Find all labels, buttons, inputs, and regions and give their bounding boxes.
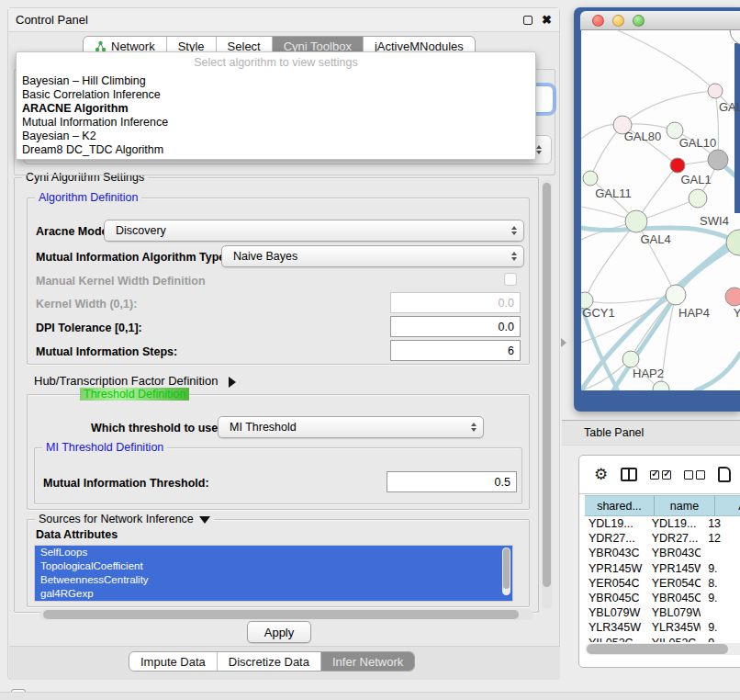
dropdown-item-bayesian-k2[interactable]: Bayesian – K2 xyxy=(17,130,535,143)
mi-type-combobox[interactable]: Naive Bayes xyxy=(221,245,524,267)
table-cell[interactable]: YER054C xyxy=(645,577,701,592)
table-cell[interactable]: 12 xyxy=(701,532,740,547)
network-node-swi4[interactable] xyxy=(689,189,707,208)
table-row[interactable]: YBL079WYBL079W xyxy=(585,606,740,621)
column-header-extra[interactable]: A xyxy=(715,495,740,516)
table-cell[interactable]: 9. xyxy=(701,621,740,636)
table-row[interactable]: YBR043CYBR043C xyxy=(585,547,740,561)
mi-steps-field[interactable]: 6 xyxy=(390,340,521,361)
table-row[interactable]: YPR145WYPR145W9. xyxy=(585,562,740,577)
table-cell[interactable]: YBL079W xyxy=(585,606,645,621)
data-attributes-list: SelfLoops TopologicalCoefficient Between… xyxy=(34,545,513,602)
table-cell[interactable]: YLR345W xyxy=(645,621,701,636)
table-cell[interactable]: YBR043C xyxy=(585,547,645,561)
tab-infer-network[interactable]: Infer Network xyxy=(320,652,414,671)
dropdown-item-aracne[interactable]: ARACNE Algorithm xyxy=(17,102,535,116)
table-cell[interactable]: YPR145W xyxy=(585,562,645,577)
network-node-gal[interactable] xyxy=(708,84,723,98)
table-cell[interactable]: YDR27... xyxy=(585,532,645,547)
table-horizontal-scrollbar[interactable] xyxy=(585,643,740,655)
table-cell[interactable]: YBR045C xyxy=(585,592,645,606)
list-item-betweennesscentrality[interactable]: BetweennessCentrality xyxy=(35,573,512,587)
table-cell[interactable]: YER054C xyxy=(585,577,645,592)
settings-vertical-scrollbar[interactable] xyxy=(542,179,552,609)
table-cell[interactable]: 8. xyxy=(701,577,740,592)
table-cell[interactable]: YBR045C xyxy=(645,592,701,606)
table-row[interactable]: YIL052CYIL052C9. xyxy=(585,637,740,643)
table-cell[interactable]: 9. xyxy=(701,592,740,606)
deselect-all-icon[interactable] xyxy=(684,470,705,480)
table-cell[interactable]: YPR145W xyxy=(645,562,701,577)
table-row[interactable]: YDL19...YDL19...13 xyxy=(585,517,740,532)
list-item-selfloops[interactable]: SelfLoops xyxy=(35,546,512,559)
tab-impute-data[interactable]: Impute Data xyxy=(129,652,217,671)
network-node[interactable] xyxy=(730,30,740,45)
table-row[interactable]: YBR045CYBR045C9. xyxy=(585,592,740,606)
table-cell[interactable]: YIL052C xyxy=(585,637,645,643)
aracne-mode-combobox[interactable]: Discovery xyxy=(104,220,524,242)
table-cell[interactable]: 9. xyxy=(701,562,740,577)
network-node[interactable] xyxy=(670,158,685,173)
dropdown-item-dream8[interactable]: Dream8 DC_TDC Algorithm xyxy=(17,143,535,157)
apply-button[interactable]: Apply xyxy=(247,621,311,643)
aracne-mode-label: Aracne Mode: xyxy=(36,225,112,238)
column-header-shared-name[interactable]: shared... xyxy=(585,495,655,516)
control-panel-titlebar: Control Panel ✖ xyxy=(8,8,559,32)
columns-icon[interactable] xyxy=(621,468,637,481)
node-label: Y xyxy=(734,306,740,320)
close-icon[interactable]: ✖ xyxy=(542,16,552,25)
table-cell[interactable]: YBL079W xyxy=(645,606,701,621)
hub-definition-label: Hub/Transcription Factor Definition xyxy=(34,374,218,388)
table-row[interactable]: YDR27...YDR27...12 xyxy=(585,532,740,547)
kernel-width-field[interactable]: 0.0 xyxy=(390,292,521,313)
table-row[interactable]: YER054CYER054C8. xyxy=(585,577,740,592)
float-panel-icon[interactable] xyxy=(523,16,533,25)
network-node-hap4[interactable] xyxy=(666,285,686,305)
table-cell[interactable]: YDR27... xyxy=(645,532,701,547)
table-cell[interactable]: 9. xyxy=(701,637,740,643)
close-window-icon[interactable] xyxy=(592,15,604,27)
sources-group-title[interactable]: Sources for Network Inference xyxy=(35,513,214,525)
network-node-gal11[interactable] xyxy=(583,171,598,186)
tab-discretize-data[interactable]: Discretize Data xyxy=(217,652,320,671)
document-icon[interactable] xyxy=(718,467,731,482)
which-threshold-combobox[interactable]: MI Threshold xyxy=(218,416,484,438)
settings-horizontal-scrollbar[interactable] xyxy=(39,609,533,620)
table-cell[interactable]: 13 xyxy=(701,517,740,532)
zoom-window-icon[interactable] xyxy=(633,15,645,27)
node-label: GAL xyxy=(719,100,740,114)
algorithm-dropdown-popup: Select algorithm to view settings Bayesi… xyxy=(16,51,536,160)
network-node-y[interactable] xyxy=(725,288,740,306)
network-node-gal1[interactable] xyxy=(708,150,728,170)
attributes-list-scrollbar[interactable] xyxy=(502,548,510,595)
table-cell[interactable]: YDL19... xyxy=(585,517,645,532)
table-cell[interactable] xyxy=(701,547,740,561)
network-canvas[interactable]: GALGAL80GAL10GAL1GAL11SWI4GAL4GCY1HAP4YH… xyxy=(581,30,740,390)
dropdown-item-mutual-information[interactable]: Mutual Information Inference xyxy=(17,116,535,130)
select-all-icon[interactable] xyxy=(650,470,671,480)
network-node[interactable] xyxy=(653,381,669,390)
table-cell[interactable]: YIL052C xyxy=(645,637,701,643)
table-cell[interactable]: YDL19... xyxy=(645,517,701,532)
dropdown-item-basic-correlation[interactable]: Basic Correlation Inference xyxy=(17,88,535,102)
network-window-titlebar[interactable] xyxy=(580,11,740,30)
panel-splitter-handle[interactable] xyxy=(561,338,566,347)
column-header-name[interactable]: name xyxy=(655,495,715,516)
gear-icon[interactable]: ⚙ xyxy=(594,467,608,482)
network-node-gal4[interactable] xyxy=(625,210,647,232)
table-cell[interactable] xyxy=(701,606,740,621)
hub-definition-expander[interactable]: Hub/Transcription Factor Definition xyxy=(34,374,236,388)
kernel-width-value: 0.0 xyxy=(499,297,514,310)
table-cell[interactable]: YBR043C xyxy=(645,547,701,561)
list-item-gal4rgexp[interactable]: gal4RGexp xyxy=(35,587,512,601)
mi-threshold-field[interactable]: 0.5 xyxy=(387,471,517,492)
minimize-window-icon[interactable] xyxy=(612,15,624,27)
tab-label: Impute Data xyxy=(140,655,206,669)
list-item-topologicalcoefficient[interactable]: TopologicalCoefficient xyxy=(35,559,512,573)
table-cell[interactable]: YLR345W xyxy=(585,621,645,636)
network-node-hap2[interactable] xyxy=(622,351,639,367)
manual-kernel-checkbox[interactable] xyxy=(504,273,517,286)
table-row[interactable]: YLR345WYLR345W9. xyxy=(585,621,740,636)
dpi-tolerance-field[interactable]: 0.0 xyxy=(390,316,521,337)
dropdown-item-bayesian-hill-climbing[interactable]: Bayesian – Hill Climbing xyxy=(17,74,535,88)
